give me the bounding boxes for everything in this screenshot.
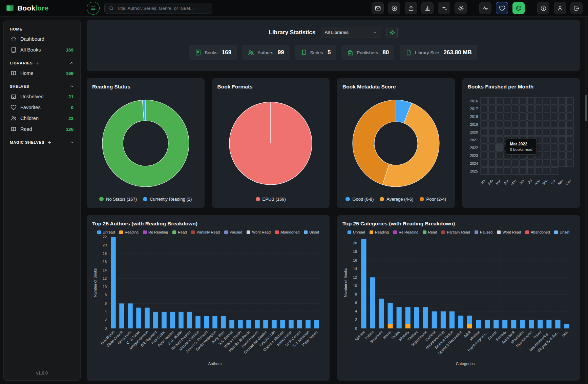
heatmap-cell[interactable] — [481, 97, 488, 104]
bar-segment[interactable] — [370, 277, 375, 328]
heatmap-cell[interactable] — [543, 128, 550, 136]
legend-item[interactable]: Average (4-6) — [380, 197, 413, 202]
heatmap-cell[interactable] — [566, 97, 573, 104]
heatmap-cell[interactable] — [496, 128, 503, 136]
heatmap-cell[interactable] — [535, 113, 542, 120]
heatmap-cell[interactable] — [566, 136, 573, 143]
heatmap-cell[interactable] — [566, 152, 573, 159]
bar-segment[interactable] — [555, 320, 560, 328]
sidebar-item-unshelved[interactable]: Unshelved 21 — [8, 91, 76, 102]
heatmap-cell[interactable] — [543, 152, 550, 159]
library-select[interactable]: All Libraries — [321, 27, 381, 38]
heatmap-cell[interactable] — [566, 160, 573, 167]
heatmap-cell[interactable] — [481, 160, 488, 167]
add-library-icon[interactable] — [36, 61, 40, 65]
heatmap-cell[interactable] — [551, 144, 558, 151]
heatmap-cell[interactable] — [543, 121, 550, 128]
legend-item[interactable]: Abandoned — [275, 230, 299, 234]
heatmap-cell[interactable] — [520, 121, 527, 128]
heatmap-cell[interactable] — [559, 97, 566, 104]
bar-segment[interactable] — [432, 311, 437, 328]
statistics-button[interactable] — [421, 2, 434, 14]
bar-segment[interactable] — [485, 320, 490, 328]
heatmap-cell[interactable] — [551, 121, 558, 128]
heatmap-cell[interactable] — [559, 128, 566, 136]
heatmap-cell[interactable] — [543, 167, 550, 175]
heatmap-cell[interactable] — [527, 113, 534, 120]
bar-segment[interactable] — [520, 320, 525, 328]
heatmap-cell[interactable] — [512, 128, 519, 136]
legend-item[interactable]: Wont Read — [247, 230, 271, 234]
heatmap-cell[interactable] — [512, 113, 519, 120]
info-button[interactable] — [537, 2, 549, 14]
heatmap-cell[interactable] — [535, 97, 542, 104]
heatmap-cell[interactable] — [527, 128, 534, 136]
heatmap-cell[interactable] — [496, 144, 503, 151]
heatmap-cell[interactable] — [527, 97, 534, 104]
legend-item[interactable]: Partially Read — [441, 230, 470, 234]
sidebar-item-all-books[interactable]: All Books 169 — [8, 44, 76, 55]
bar-segment[interactable] — [441, 311, 446, 328]
bar-segment[interactable] — [511, 320, 516, 328]
activity-button[interactable] — [479, 2, 491, 14]
legend-item[interactable]: Reading — [370, 230, 389, 234]
bar-segment[interactable] — [414, 307, 419, 328]
heatmap-cell[interactable] — [520, 113, 527, 120]
legend-item[interactable]: Reading — [119, 230, 139, 234]
bar-segment[interactable] — [297, 320, 302, 328]
heatmap-cell[interactable] — [488, 128, 496, 136]
heatmap-cell[interactable] — [488, 136, 496, 143]
scrollbar-track[interactable] — [585, 17, 587, 384]
heatmap-cell[interactable] — [527, 160, 534, 167]
heatmap-cell[interactable] — [527, 105, 534, 112]
heatmap-cell[interactable] — [527, 121, 534, 128]
heatmap-cell[interactable] — [512, 105, 519, 112]
sidebar-item-favorites[interactable]: Favorites 0 — [8, 102, 76, 113]
legend-item[interactable]: Paused — [224, 230, 242, 234]
sidebar-item-library-home[interactable]: Home 169 — [8, 68, 76, 79]
heatmap-cell[interactable] — [496, 152, 503, 159]
bar-segment[interactable] — [111, 237, 116, 328]
bar-segment[interactable] — [388, 324, 393, 328]
heatmap-cell[interactable] — [488, 105, 496, 112]
heatmap-cell[interactable] — [504, 160, 511, 167]
legend-item[interactable]: No Status (167) — [99, 197, 137, 202]
heatmap-cell[interactable] — [512, 97, 519, 104]
heatmap-cell[interactable] — [535, 121, 542, 128]
legend-item[interactable]: Read — [423, 230, 437, 234]
heatmap-cell[interactable] — [496, 121, 503, 128]
heatmap-cell[interactable] — [559, 136, 566, 143]
bar-segment[interactable] — [538, 320, 543, 328]
bar-segment[interactable] — [361, 239, 366, 328]
chevron-up-icon[interactable] — [69, 61, 74, 65]
bar-segment[interactable] — [564, 324, 569, 328]
stats-settings-button[interactable] — [386, 27, 398, 38]
heatmap-cell[interactable] — [488, 160, 496, 167]
legend-item[interactable]: EPUB (169) — [256, 197, 286, 202]
heatmap-cell[interactable] — [481, 128, 488, 136]
bar-segment[interactable] — [162, 312, 167, 328]
heatmap-cell[interactable] — [551, 152, 558, 159]
bar-segment[interactable] — [255, 320, 260, 328]
heatmap-cell[interactable] — [566, 144, 573, 151]
heatmap-cell[interactable] — [481, 113, 488, 120]
bar-segment[interactable] — [153, 312, 158, 328]
bar-segment[interactable] — [405, 307, 411, 324]
bar-segment[interactable] — [170, 312, 175, 328]
bar-segment[interactable] — [187, 312, 192, 328]
heatmap-cell[interactable] — [504, 167, 511, 175]
bar-segment[interactable] — [467, 316, 472, 324]
bar-segment[interactable] — [204, 316, 209, 328]
bar-segment[interactable] — [178, 312, 184, 328]
legend-item[interactable]: Unread — [348, 230, 365, 234]
heatmap-cell[interactable] — [481, 144, 488, 151]
favorites-button[interactable] — [496, 2, 508, 14]
heatmap-cell[interactable] — [496, 136, 503, 143]
heatmap-cell[interactable] — [520, 128, 527, 136]
bar-segment[interactable] — [449, 311, 455, 328]
settings-button[interactable] — [455, 2, 467, 14]
heatmap-cell[interactable] — [527, 167, 534, 175]
bar-segment[interactable] — [246, 320, 251, 328]
heatmap-cell[interactable] — [559, 105, 566, 112]
legend-item[interactable]: Partially Read — [191, 230, 219, 234]
